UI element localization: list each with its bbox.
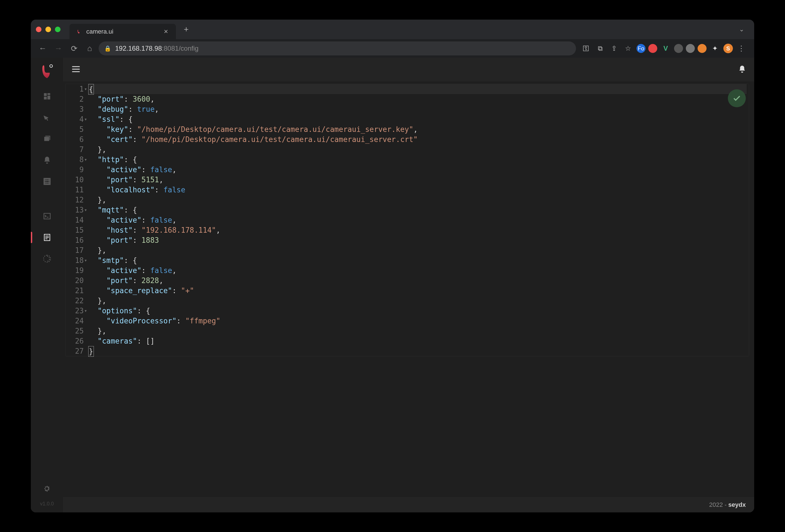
code-line[interactable]: "key": "/home/pi/Desktop/camera.ui/test/… xyxy=(89,124,746,134)
save-button[interactable] xyxy=(728,89,746,107)
json-editor[interactable]: 1▾234▾5678▾910111213▾1415161718▾19202122… xyxy=(65,84,749,356)
profile-avatar[interactable]: S xyxy=(724,44,733,53)
window-controls xyxy=(36,27,60,32)
code-line[interactable]: } xyxy=(89,346,746,356)
line-number: 6 xyxy=(66,134,84,144)
new-tab-button[interactable]: + xyxy=(180,25,193,34)
sidebar-item-camview[interactable] xyxy=(31,172,63,191)
line-number: 22 xyxy=(66,296,84,306)
code-line[interactable]: "port": 2828, xyxy=(89,275,746,286)
window-minimize-button[interactable] xyxy=(45,27,51,32)
browser-window: camera.ui × + ⌄ ← → ⟳ ⌂ 🔒 192.168.178.98… xyxy=(31,20,754,512)
footer-year: 2022 xyxy=(709,501,723,508)
favicon-icon xyxy=(76,28,82,35)
code-line[interactable]: }, xyxy=(89,144,746,155)
extension-icon[interactable] xyxy=(698,44,707,53)
code-line[interactable]: "videoProcessor": "ffmpeg" xyxy=(89,316,746,326)
extensions-menu-icon[interactable]: ✦ xyxy=(709,43,720,54)
code-line[interactable]: "http": { xyxy=(89,155,746,165)
tab-title: camera.ui xyxy=(86,28,158,35)
code-line[interactable]: "port": 3600, xyxy=(89,94,746,104)
code-line[interactable]: "space_replace": "+" xyxy=(89,286,746,296)
main-content: 1▾234▾5678▾910111213▾1415161718▾19202122… xyxy=(63,58,754,512)
extension-icon[interactable] xyxy=(686,44,695,53)
line-number: 1▾ xyxy=(66,84,84,94)
line-number: 8▾ xyxy=(66,155,84,165)
back-button[interactable]: ← xyxy=(36,42,49,55)
fold-marker-icon[interactable]: ▾ xyxy=(84,114,87,124)
address-bar: ← → ⟳ ⌂ 🔒 192.168.178.98:8081/config ⚿ ⧉… xyxy=(31,39,754,58)
code-line[interactable]: }, xyxy=(89,245,746,255)
footer: 2022 - seydx xyxy=(63,497,754,512)
reload-button[interactable]: ⟳ xyxy=(67,42,81,55)
code-line[interactable]: "cameras": [] xyxy=(89,336,746,346)
fold-marker-icon[interactable]: ▾ xyxy=(84,255,87,265)
tabs-menu-button[interactable]: ⌄ xyxy=(734,26,749,33)
code-line[interactable]: "active": false, xyxy=(89,215,746,225)
code-content[interactable]: { "port": 3600, "debug": true, "ssl": { … xyxy=(86,84,749,356)
sidebar-item-dashboard[interactable] xyxy=(31,87,63,106)
notifications-button[interactable] xyxy=(738,65,746,75)
line-number: 4▾ xyxy=(66,114,84,124)
line-number: 27 xyxy=(66,346,84,356)
code-line[interactable]: "mqtt": { xyxy=(89,205,746,215)
window-maximize-button[interactable] xyxy=(55,27,60,32)
forward-button[interactable]: → xyxy=(52,42,65,55)
window-close-button[interactable] xyxy=(36,27,42,32)
line-number: 20 xyxy=(66,275,84,286)
code-line[interactable]: "smtp": { xyxy=(89,255,746,265)
code-line[interactable]: { xyxy=(89,84,746,94)
app-logo[interactable] xyxy=(39,63,55,80)
svg-point-0 xyxy=(50,65,52,68)
browser-tab[interactable]: camera.ui × xyxy=(70,24,176,39)
share-icon[interactable]: ⇪ xyxy=(608,43,620,54)
browser-tab-bar: camera.ui × + ⌄ xyxy=(31,20,754,39)
home-button[interactable]: ⌂ xyxy=(83,42,96,55)
line-number: 7 xyxy=(66,144,84,155)
code-line[interactable]: "debug": true, xyxy=(89,104,746,114)
code-line[interactable]: "host": "192.168.178.114", xyxy=(89,225,746,235)
extension-icon[interactable] xyxy=(648,44,657,53)
code-line[interactable]: "options": { xyxy=(89,306,746,316)
code-line[interactable]: "ssl": { xyxy=(89,114,746,124)
open-external-icon[interactable]: ⧉ xyxy=(594,43,606,54)
line-gutter: 1▾234▾5678▾910111213▾1415161718▾19202122… xyxy=(66,84,86,356)
menu-toggle-button[interactable] xyxy=(71,64,81,75)
line-number: 26 xyxy=(66,336,84,346)
code-line[interactable]: "port": 5151, xyxy=(89,175,746,185)
code-line[interactable]: "cert": "/home/pi/Desktop/camera.ui/test… xyxy=(89,134,746,144)
line-number: 12 xyxy=(66,195,84,205)
line-number: 21 xyxy=(66,286,84,296)
code-line[interactable]: "active": false, xyxy=(89,165,746,175)
code-line[interactable]: }, xyxy=(89,326,746,336)
line-number: 16 xyxy=(66,235,84,245)
fold-marker-icon[interactable]: ▾ xyxy=(84,155,87,165)
line-number: 9 xyxy=(66,165,84,175)
fold-marker-icon[interactable]: ▾ xyxy=(84,205,87,215)
code-line[interactable]: "active": false, xyxy=(89,265,746,275)
tab-close-button[interactable]: × xyxy=(162,27,170,36)
fold-marker-icon[interactable]: ▾ xyxy=(84,84,87,94)
bookmark-star-icon[interactable]: ☆ xyxy=(623,43,634,54)
url-text: 192.168.178.98:8081/config xyxy=(115,45,199,52)
code-line[interactable]: }, xyxy=(89,195,746,205)
sidebar-item-settings[interactable] xyxy=(40,479,54,498)
browser-menu-button[interactable]: ⋮ xyxy=(736,43,747,54)
sidebar-item-recordings[interactable] xyxy=(31,129,63,149)
sidebar-item-utilization[interactable] xyxy=(31,249,63,268)
sidebar-item-cameras[interactable] xyxy=(31,108,63,127)
vue-devtools-icon[interactable]: V xyxy=(660,43,671,54)
code-line[interactable]: "localhost": false xyxy=(89,185,746,195)
sidebar-item-config[interactable] xyxy=(31,228,63,247)
url-input[interactable]: 🔒 192.168.178.98:8081/config xyxy=(99,42,576,55)
fold-marker-icon[interactable]: ▾ xyxy=(84,306,87,316)
sidebar-item-log[interactable] xyxy=(31,207,63,226)
code-line[interactable]: "port": 1883 xyxy=(89,235,746,245)
code-line[interactable]: }, xyxy=(89,296,746,306)
password-key-icon[interactable]: ⚿ xyxy=(581,43,592,54)
sidebar-item-notifications[interactable] xyxy=(31,151,63,170)
line-number: 24 xyxy=(66,316,84,326)
extension-icon[interactable]: Fo xyxy=(636,44,645,53)
extension-icon[interactable] xyxy=(674,44,683,53)
editor-area: 1▾234▾5678▾910111213▾1415161718▾19202122… xyxy=(63,81,754,497)
